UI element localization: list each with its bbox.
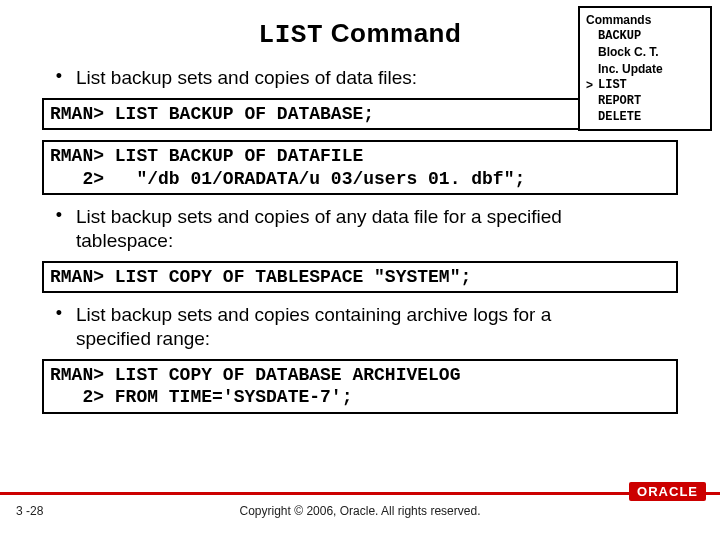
bullet-item: • List backup sets and copies of any dat… xyxy=(42,205,678,253)
title-mono: LIST xyxy=(259,20,323,50)
slide: LIST Command Commands BACKUP Block C. T.… xyxy=(0,0,720,414)
bullet-dot-icon: • xyxy=(42,303,76,325)
topic-row: REPORT xyxy=(586,93,704,109)
code-block: RMAN> LIST BACKUP OF DATAFILE 2> "/db 01… xyxy=(42,140,678,195)
topic-mark xyxy=(586,93,598,109)
bullet-item: • List backup sets and copies containing… xyxy=(42,303,678,351)
topic-row: Inc. Update xyxy=(586,61,704,77)
topic-row: DELETE xyxy=(586,109,704,125)
oracle-logo: ORACLE xyxy=(629,482,706,501)
topic-label: REPORT xyxy=(598,93,704,109)
bullet-text: List backup sets and copies containing a… xyxy=(76,303,678,351)
bullet-text: List backup sets and copies of data file… xyxy=(76,66,507,90)
copyright-text: Copyright © 2006, Oracle. All rights res… xyxy=(0,504,720,518)
topic-label: DELETE xyxy=(598,109,704,125)
bullet-list: • List backup sets and copies containing… xyxy=(42,303,678,351)
oracle-logo-text: ORACLE xyxy=(629,482,706,501)
topic-row: Block C. T. xyxy=(586,44,704,60)
bullet-dot-icon: • xyxy=(42,205,76,227)
bullet-list: • List backup sets and copies of any dat… xyxy=(42,205,678,253)
title-rest: Command xyxy=(323,18,461,48)
topic-mark xyxy=(586,44,598,60)
topic-label: Inc. Update xyxy=(598,61,704,77)
code-block: RMAN> LIST COPY OF DATABASE ARCHIVELOG 2… xyxy=(42,359,678,414)
topics-header: Commands xyxy=(586,12,704,28)
topic-label: BACKUP xyxy=(598,28,704,44)
footer: 3 -28 Copyright © 2006, Oracle. All righ… xyxy=(0,492,720,526)
topic-mark xyxy=(586,109,598,125)
topic-label: Block C. T. xyxy=(598,44,704,60)
bullet-dot-icon: • xyxy=(42,66,76,88)
topic-label: LIST xyxy=(598,77,704,93)
page-number: 3 -28 xyxy=(16,504,43,518)
topic-mark: > xyxy=(586,77,598,93)
topic-mark xyxy=(586,28,598,44)
topic-mark xyxy=(586,61,598,77)
topic-row: BACKUP xyxy=(586,28,704,44)
topics-box: Commands BACKUP Block C. T. Inc. Update … xyxy=(578,6,712,131)
bullet-text: List backup sets and copies of any data … xyxy=(76,205,678,253)
code-block: RMAN> LIST COPY OF TABLESPACE "SYSTEM"; xyxy=(42,261,678,294)
topic-row: > LIST xyxy=(586,77,704,93)
